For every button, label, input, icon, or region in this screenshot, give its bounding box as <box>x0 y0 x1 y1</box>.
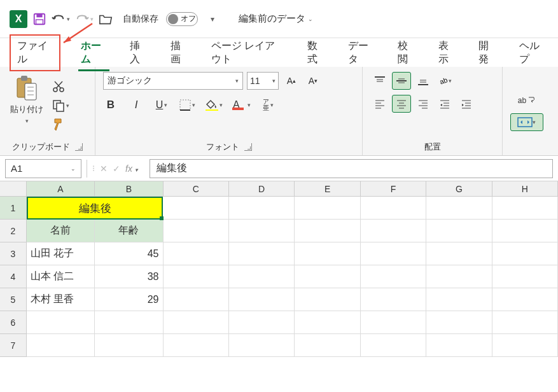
cell-D7[interactable] <box>229 334 295 357</box>
cell-F2[interactable] <box>361 220 426 242</box>
cell-A1[interactable]: 編集後 <box>27 197 164 220</box>
cell-D4[interactable] <box>229 265 295 288</box>
cell-D3[interactable] <box>229 242 295 265</box>
cell-D5[interactable] <box>229 288 295 311</box>
cell-F1[interactable] <box>361 197 426 220</box>
tab-help[interactable]: ヘルプ <box>517 34 548 71</box>
col-header-F[interactable]: F <box>361 181 426 197</box>
tab-formulas[interactable]: 数式 <box>305 34 328 71</box>
align-bottom-button[interactable] <box>414 72 433 90</box>
cell-A2[interactable]: 名前 <box>27 220 95 242</box>
align-right-button[interactable] <box>414 95 433 113</box>
cell-F3[interactable] <box>361 242 426 265</box>
cell-H1[interactable] <box>492 197 558 220</box>
wrap-text-button[interactable]: ab <box>513 92 540 109</box>
cell-F6[interactable] <box>361 311 426 334</box>
cell-G1[interactable] <box>426 197 492 220</box>
chevron-down-icon[interactable]: ▾ <box>25 118 29 124</box>
cell-B6[interactable] <box>95 311 163 334</box>
cell-E7[interactable] <box>295 334 360 357</box>
border-button[interactable]: ▾ <box>179 96 195 114</box>
cell-H4[interactable] <box>492 265 558 288</box>
cell-F4[interactable] <box>361 265 426 288</box>
orientation-button[interactable]: ab▾ <box>435 72 454 90</box>
row-header-4[interactable]: 4 <box>0 265 27 288</box>
cell-H7[interactable] <box>492 334 558 357</box>
align-top-button[interactable] <box>370 72 389 90</box>
font-size-select[interactable]: 11▾ <box>247 72 279 90</box>
font-color-button[interactable]: A▾ <box>233 96 251 114</box>
cell-H5[interactable] <box>492 288 558 311</box>
fx-button[interactable]: fx ▾ <box>125 164 138 174</box>
cell-C7[interactable] <box>164 334 229 357</box>
cell-C6[interactable] <box>164 311 229 334</box>
tab-view[interactable]: 表示 <box>436 34 459 71</box>
quick-access-dropdown[interactable]: ▾ <box>211 15 214 24</box>
cell-C5[interactable] <box>164 288 229 311</box>
autosave-toggle[interactable]: オフ <box>166 12 198 26</box>
formula-insert-dropdown[interactable]: ⁝ <box>92 164 95 173</box>
cell-B2[interactable]: 年齢 <box>95 220 163 242</box>
row-header-6[interactable]: 6 <box>0 311 27 334</box>
cell-E2[interactable] <box>295 220 360 242</box>
cancel-formula-button[interactable]: ✕ <box>100 164 108 174</box>
formula-input[interactable]: 編集後 <box>150 159 553 178</box>
cell-C3[interactable] <box>164 242 229 265</box>
undo-button[interactable]: ▾ <box>52 13 70 25</box>
col-header-A[interactable]: A <box>27 181 95 197</box>
col-header-E[interactable]: E <box>295 181 360 197</box>
col-header-H[interactable]: H <box>492 181 558 197</box>
cell-F5[interactable] <box>361 288 426 311</box>
cell-G7[interactable] <box>426 334 492 357</box>
tab-developer[interactable]: 開発 <box>476 34 499 71</box>
clipboard-launcher[interactable] <box>75 143 83 151</box>
cell-B3[interactable]: 45 <box>95 242 163 265</box>
font-shrink-button[interactable]: A▾ <box>304 72 322 90</box>
underline-button[interactable]: U▾ <box>154 96 169 114</box>
row-header-2[interactable]: 2 <box>0 220 27 242</box>
save-icon[interactable] <box>32 12 46 26</box>
cell-G4[interactable] <box>426 265 492 288</box>
cell-E5[interactable] <box>295 288 360 311</box>
chevron-down-icon[interactable]: ▾ <box>67 16 70 22</box>
font-name-select[interactable]: 游ゴシック▾ <box>103 72 243 90</box>
cell-C1[interactable] <box>163 197 228 220</box>
cell-D6[interactable] <box>229 311 295 334</box>
align-center-button[interactable] <box>392 95 411 113</box>
cell-D1[interactable] <box>229 197 295 220</box>
indent-decrease-button[interactable] <box>435 95 454 113</box>
cell-F7[interactable] <box>361 334 426 357</box>
cell-A7[interactable] <box>27 334 95 357</box>
tab-data[interactable]: データ <box>345 34 377 71</box>
cell-H3[interactable] <box>492 242 558 265</box>
cell-D2[interactable] <box>229 220 295 242</box>
tab-draw[interactable]: 描画 <box>168 34 191 71</box>
copy-button[interactable]: ▾ <box>52 99 70 113</box>
tab-home[interactable]: ホーム <box>78 34 110 71</box>
cell-B5[interactable]: 29 <box>95 288 163 311</box>
cell-H2[interactable] <box>492 220 558 242</box>
col-header-G[interactable]: G <box>426 181 492 197</box>
ruby-button[interactable]: ア亜▾ <box>261 96 276 114</box>
tab-page-layout[interactable]: ページ レイアウト <box>209 34 287 71</box>
name-box[interactable]: A1⌄ <box>5 159 81 178</box>
col-header-D[interactable]: D <box>229 181 295 197</box>
merge-cells-button[interactable]: ▾ <box>510 113 543 131</box>
folder-open-icon[interactable] <box>99 13 113 25</box>
cell-E6[interactable] <box>295 311 360 334</box>
align-left-button[interactable] <box>370 95 389 113</box>
font-grow-button[interactable]: A▴ <box>282 72 300 90</box>
cell-A5[interactable]: 木村 里香 <box>27 288 95 311</box>
document-name[interactable]: 編集前のデータ ⌄ <box>239 13 313 25</box>
format-painter-button[interactable] <box>52 118 70 132</box>
tab-review[interactable]: 校閲 <box>395 34 418 71</box>
cell-B4[interactable]: 38 <box>95 265 163 288</box>
cell-E3[interactable] <box>295 242 360 265</box>
cell-E4[interactable] <box>295 265 360 288</box>
cell-G3[interactable] <box>426 242 492 265</box>
row-header-7[interactable]: 7 <box>0 334 27 357</box>
paste-button[interactable]: 貼り付け ▾ <box>8 72 46 139</box>
col-header-B[interactable]: B <box>95 181 163 197</box>
cut-button[interactable] <box>52 80 70 94</box>
select-all-corner[interactable] <box>0 181 27 197</box>
